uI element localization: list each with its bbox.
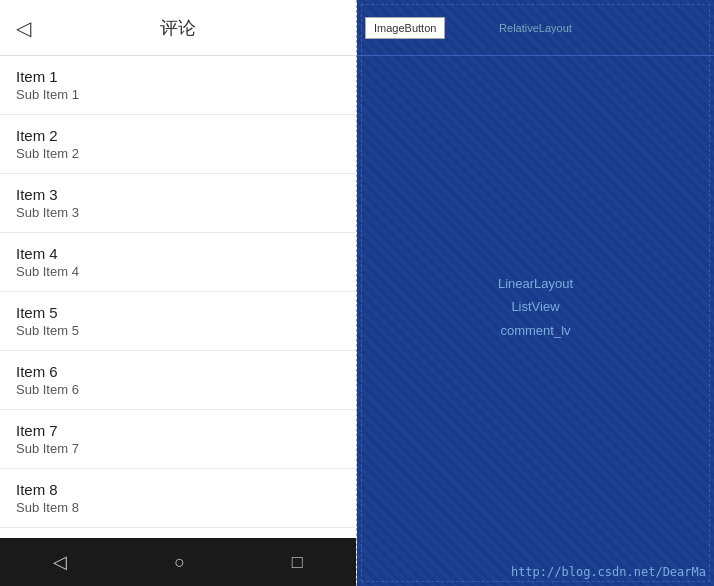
back-button[interactable]: ◁ <box>16 16 31 40</box>
item-subtitle: Sub Item 1 <box>16 87 340 102</box>
list-item[interactable]: Item 7 Sub Item 7 <box>0 410 356 469</box>
image-button[interactable]: ImageButton <box>365 17 445 39</box>
footer: http://blog.csdn.net/DearMa <box>357 558 714 586</box>
nav-square-button[interactable]: □ <box>276 544 319 581</box>
toolbar: ◁ 评论 <box>0 0 356 56</box>
item-title: Item 8 <box>16 481 340 498</box>
item-subtitle: Sub Item 7 <box>16 441 340 456</box>
layout-labels: LinearLayout ListView comment_lv <box>498 272 573 342</box>
item-title: Item 3 <box>16 186 340 203</box>
item-subtitle: Sub Item 8 <box>16 500 340 515</box>
item-subtitle: Sub Item 3 <box>16 205 340 220</box>
list-item[interactable]: Item 6 Sub Item 6 <box>0 351 356 410</box>
item-subtitle: Sub Item 6 <box>16 382 340 397</box>
list-item[interactable]: Item 2 Sub Item 2 <box>0 115 356 174</box>
item-title: Item 4 <box>16 245 340 262</box>
navigation-bar: ◁ ○ □ <box>0 538 356 586</box>
list-item[interactable]: Item 4 Sub Item 4 <box>0 233 356 292</box>
list-item[interactable]: Item 3 Sub Item 3 <box>0 174 356 233</box>
list-item[interactable]: Item 5 Sub Item 5 <box>0 292 356 351</box>
layout-info-area: LinearLayout ListView comment_lv <box>357 56 714 558</box>
item-title: Item 2 <box>16 127 340 144</box>
item-title: Item 1 <box>16 68 340 85</box>
item-subtitle: Sub Item 2 <box>16 146 340 161</box>
footer-url: http://blog.csdn.net/DearMa <box>511 565 706 579</box>
list-item[interactable]: Item 1 Sub Item 1 <box>0 56 356 115</box>
nav-back-button[interactable]: ◁ <box>37 543 83 581</box>
comment-lv-label: comment_lv <box>498 319 573 342</box>
page-title: 评论 <box>160 16 196 40</box>
list-item[interactable]: Item 8 Sub Item 8 <box>0 469 356 528</box>
right-panel: ImageButton RelativeLayout LinearLayout … <box>357 0 714 586</box>
linear-layout-label: LinearLayout <box>498 272 573 295</box>
left-panel: ◁ 评论 Item 1 Sub Item 1 Item 2 Sub Item 2… <box>0 0 357 586</box>
list-view-label: ListView <box>498 295 573 318</box>
item-title: Item 7 <box>16 422 340 439</box>
item-subtitle: Sub Item 5 <box>16 323 340 338</box>
right-toolbar: ImageButton RelativeLayout <box>357 0 714 56</box>
relative-layout-label: RelativeLayout <box>499 22 572 34</box>
item-title: Item 6 <box>16 363 340 380</box>
list-view[interactable]: Item 1 Sub Item 1 Item 2 Sub Item 2 Item… <box>0 56 356 538</box>
nav-home-button[interactable]: ○ <box>158 544 201 581</box>
item-subtitle: Sub Item 4 <box>16 264 340 279</box>
item-title: Item 5 <box>16 304 340 321</box>
